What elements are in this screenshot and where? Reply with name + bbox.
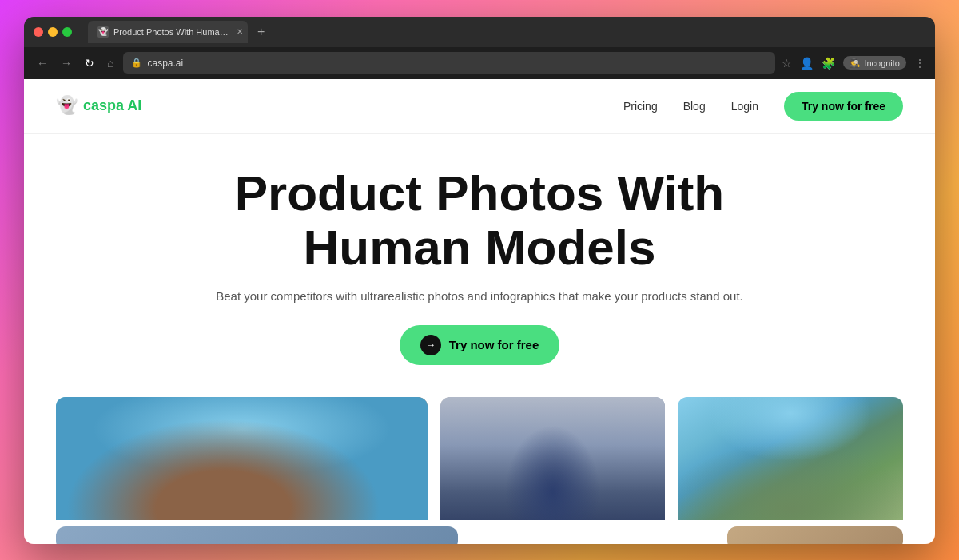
tab-favicon: 👻 (97, 26, 109, 38)
minimize-button[interactable] (48, 27, 58, 37)
forward-button[interactable]: → (58, 55, 75, 71)
extension-icon[interactable]: 🧩 (822, 57, 835, 70)
bottom-right-image (727, 526, 903, 544)
suit-man-card (440, 397, 666, 520)
pricing-link[interactable]: Pricing (623, 100, 658, 113)
browser-controls: ← → ↻ ⌂ 🔒 caspa.ai ☆ 👤 🧩 🕵 Incognito ⋮ (24, 47, 935, 79)
blog-link[interactable]: Blog (683, 100, 706, 113)
try-now-hero-label: Try now for free (449, 338, 539, 351)
login-link[interactable]: Login (731, 100, 758, 113)
nav-links: Pricing Blog Login Try now for free (623, 92, 903, 121)
close-button[interactable] (34, 27, 43, 37)
arrow-icon: → (420, 335, 441, 355)
new-tab-button[interactable]: + (254, 25, 268, 39)
lock-icon: 🔒 (131, 58, 142, 68)
incognito-label: Incognito (864, 58, 900, 68)
suit-man-image (440, 397, 666, 520)
hero-title: Product Photos With Human Models (56, 166, 903, 275)
url-text: caspa.ai (147, 58, 183, 69)
home-button[interactable]: ⌂ (104, 55, 117, 71)
beach-woman-card (56, 397, 428, 520)
runner-image (678, 397, 903, 520)
tab-close-icon[interactable]: ✕ (237, 27, 243, 36)
hero-title-line1: Product Photos With (235, 165, 725, 220)
beach-woman-image (56, 397, 428, 520)
browser-actions: ☆ 👤 🧩 🕵 Incognito ⋮ (782, 56, 925, 70)
logo-area: 👻 caspa AI (56, 95, 141, 117)
try-now-nav-button[interactable]: Try now for free (784, 92, 903, 121)
bookmark-icon[interactable]: ☆ (782, 57, 792, 70)
address-bar[interactable]: 🔒 caspa.ai (123, 52, 775, 74)
website-content: 👻 caspa AI Pricing Blog Login Try now fo… (24, 79, 935, 544)
back-button[interactable]: ← (34, 55, 51, 71)
image-grid (24, 381, 935, 520)
site-nav: 👻 caspa AI Pricing Blog Login Try now fo… (24, 79, 935, 134)
menu-icon[interactable]: ⋮ (914, 57, 925, 70)
logo-icon: 👻 (56, 95, 78, 117)
incognito-badge: 🕵 Incognito (843, 56, 906, 70)
bottom-left-image (56, 526, 458, 544)
hero-title-line2: Human Models (304, 220, 656, 275)
logo-text: caspa AI (83, 97, 141, 114)
hero-subtitle: Beat your competitors with ultrarealisti… (56, 289, 903, 303)
hero-section: Product Photos With Human Models Beat yo… (24, 134, 935, 381)
active-tab[interactable]: 👻 Product Photos With Huma… ✕ (88, 21, 248, 43)
runner-card (678, 397, 903, 520)
image-grid-bottom (24, 520, 935, 544)
traffic-lights (34, 27, 72, 37)
refresh-button[interactable]: ↻ (82, 55, 97, 71)
tab-bar: 👻 Product Photos With Huma… ✕ + (88, 21, 925, 43)
try-now-hero-button[interactable]: → Try now for free (400, 325, 560, 365)
tab-title: Product Photos With Huma… (113, 27, 229, 37)
maximize-button[interactable] (62, 27, 72, 37)
browser-titlebar: 👻 Product Photos With Huma… ✕ + (24, 17, 935, 47)
profile-icon[interactable]: 👤 (800, 57, 814, 70)
browser-window: 👻 Product Photos With Huma… ✕ + ← → ↻ ⌂ … (24, 17, 935, 544)
incognito-icon: 🕵 (850, 58, 861, 68)
